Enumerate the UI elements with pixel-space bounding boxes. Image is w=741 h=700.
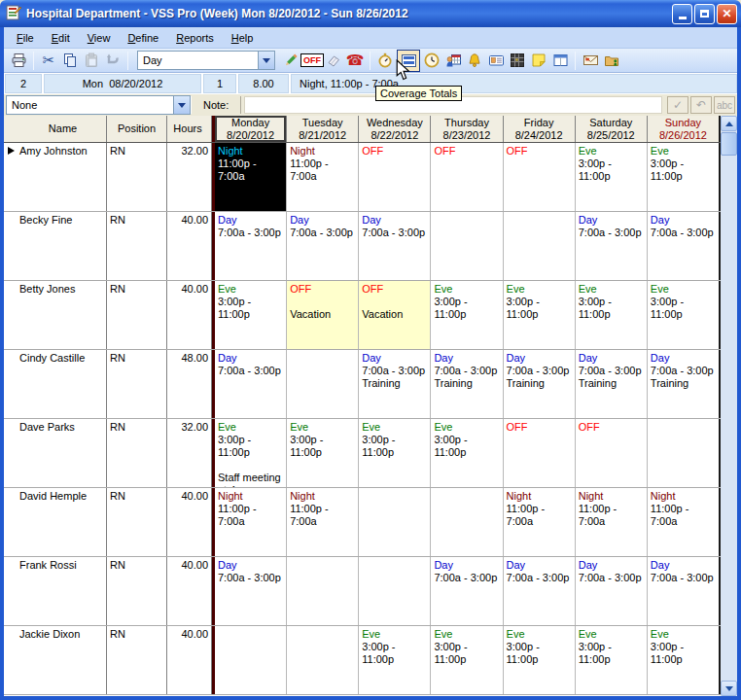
schedule-cell[interactable]: Day7:00a - 3:00pTraining [431, 350, 503, 418]
staffing-button[interactable] [442, 51, 464, 71]
minimize-button[interactable] [672, 4, 692, 24]
schedule-cell[interactable]: Eve3:00p - 11:00p [359, 626, 431, 694]
schedule-cell[interactable]: Eve3:00p - 11:00p [576, 143, 648, 211]
notes-button[interactable] [528, 51, 549, 71]
hours-cell[interactable]: 32.00 [167, 419, 212, 487]
schedule-cell[interactable] [359, 557, 431, 625]
hours-cell[interactable]: 40.00 [167, 557, 212, 625]
schedule-cell[interactable]: Night11:00p - 7:00a [287, 488, 359, 556]
schedule-cell[interactable]: Day7:00a - 3:00p [212, 557, 287, 625]
schedule-cell[interactable]: Eve3:00p - 11:00p [576, 281, 648, 349]
column-header-thursday[interactable]: Thursday8/23/2012 [431, 116, 503, 142]
schedule-cell[interactable]: Eve3:00p - 11:00p [576, 626, 648, 694]
close-button[interactable]: ✕ [717, 4, 737, 24]
employee-name-cell[interactable]: David Hemple [4, 488, 107, 556]
schedule-cell[interactable]: Day7:00a - 3:00p [359, 212, 431, 280]
employee-name-cell[interactable]: Frank Rossi [4, 557, 107, 625]
column-header-sunday[interactable]: Sunday8/26/2012 [648, 116, 721, 142]
column-header-tuesday[interactable]: Tuesday8/21/2012 [287, 116, 359, 142]
schedule-cell[interactable]: Day7:00a - 3:00p [504, 557, 576, 625]
schedule-cell[interactable]: Day7:00a - 3:00p [212, 350, 287, 418]
scrollbar-thumb[interactable] [721, 132, 737, 156]
schedule-cell[interactable]: Day7:00a - 3:00p [287, 212, 359, 280]
schedule-cell[interactable]: Eve3:00p - 11:00p [212, 281, 287, 349]
schedule-cell[interactable]: Eve3:00p - 11:00p [431, 626, 503, 694]
schedule-cell[interactable]: OFFVacation [359, 281, 431, 349]
schedule-cell[interactable]: Day7:00a - 3:00p [212, 212, 287, 280]
position-cell[interactable]: RN [107, 557, 167, 625]
schedule-cell[interactable] [287, 350, 359, 418]
category-dropdown-button[interactable] [173, 96, 190, 114]
schedule-cell[interactable]: Eve3:00p - 11:00p [431, 281, 503, 349]
schedule-cell[interactable]: OFF [504, 143, 576, 211]
schedule-cell[interactable]: Day7:00a - 3:00p [431, 557, 503, 625]
schedule-cell[interactable]: OFF [504, 419, 576, 487]
erase-shift-button[interactable] [323, 51, 344, 71]
scroll-down-button[interactable] [721, 681, 737, 696]
position-cell[interactable]: RN [107, 419, 167, 487]
schedule-cell[interactable]: Night11:00p - 7:00a [576, 488, 648, 556]
employee-name-cell[interactable]: Amy Johnston [4, 143, 107, 211]
copy-button[interactable] [59, 51, 81, 71]
schedule-cell[interactable]: Eve3:00p - 11:00p [359, 419, 431, 487]
master-schedule-button[interactable] [507, 51, 528, 71]
schedule-cell[interactable]: OFF [359, 143, 431, 211]
menu-edit[interactable]: Edit [43, 29, 79, 47]
column-header-friday[interactable]: Friday8/24/2012 [504, 116, 576, 142]
column-header-wednesday[interactable]: Wednesday8/22/2012 [359, 116, 431, 142]
schedule-cell[interactable]: Day7:00a - 3:00p [576, 212, 648, 280]
position-cell[interactable]: RN [107, 143, 167, 211]
schedule-cell[interactable] [431, 488, 503, 556]
vertical-scrollbar[interactable] [721, 116, 737, 696]
schedule-cell[interactable]: Night11:00p - 7:00a [287, 143, 359, 211]
menu-help[interactable]: Help [223, 29, 263, 47]
schedule-cell[interactable]: Eve3:00p - 11:00p [504, 281, 576, 349]
cut-button[interactable]: ✂ [38, 51, 59, 71]
schedule-cell[interactable]: Day7:00a - 3:00p [648, 212, 721, 280]
call-in-button[interactable]: ☎ [344, 51, 366, 71]
edit-shift-button[interactable] [280, 51, 301, 71]
position-cell[interactable]: RN [107, 626, 167, 694]
schedule-cell[interactable]: Day7:00a - 3:00pTraining [648, 350, 721, 418]
hours-cell[interactable]: 32.00 [167, 143, 212, 211]
schedule-cell[interactable]: OFF [431, 143, 503, 211]
day-view-button[interactable] [549, 51, 571, 71]
hours-summary-button[interactable] [421, 51, 442, 71]
schedule-cell[interactable] [359, 488, 431, 556]
column-header-monday[interactable]: Monday8/20/2012 [212, 116, 287, 142]
employee-name-cell[interactable]: Dave Parks [4, 419, 107, 487]
menu-view[interactable]: View [79, 29, 120, 47]
shift-selector[interactable]: Day [137, 51, 275, 70]
column-header-hours[interactable]: Hours [167, 116, 212, 142]
employee-info-button[interactable] [485, 51, 507, 71]
print-button[interactable] [8, 51, 29, 71]
hours-cell[interactable]: 40.00 [167, 281, 212, 349]
menu-define[interactable]: Define [119, 29, 167, 47]
schedule-cell[interactable]: Eve3:00p - 11:00p [287, 419, 359, 487]
employee-name-cell[interactable]: Cindy Castille [4, 350, 107, 418]
schedule-cell[interactable]: Eve3:00p - 11:00p [504, 626, 576, 694]
schedule-cell[interactable]: Night11:00p - 7:00a [504, 488, 576, 556]
schedule-cell[interactable]: Day7:00a - 3:00p [576, 557, 648, 625]
category-selector[interactable]: None [6, 95, 191, 115]
time-clock-button[interactable] [374, 51, 396, 71]
schedule-cell[interactable] [504, 212, 576, 280]
shift-selector-dropdown-button[interactable] [258, 52, 274, 69]
employee-name-cell[interactable]: Jackie Dixon [4, 626, 107, 694]
position-cell[interactable]: RN [107, 212, 167, 280]
schedule-cell[interactable]: Eve3:00p - 11:00p [648, 281, 721, 349]
schedule-cell[interactable]: Night11:00p - 7:00a [212, 143, 287, 211]
schedule-cell[interactable]: Eve3:00p - 11:00p [648, 626, 721, 694]
hours-cell[interactable]: 40.00 [167, 626, 212, 694]
schedule-cell[interactable] [287, 557, 359, 625]
position-cell[interactable]: RN [107, 350, 167, 418]
off-shift-button[interactable]: OFF [301, 51, 323, 71]
schedule-cell[interactable]: Eve3:00p - 11:00pStaff meeting at 4p [212, 419, 287, 487]
position-cell[interactable]: RN [107, 488, 167, 556]
position-cell[interactable]: RN [107, 281, 167, 349]
schedule-cell[interactable] [648, 419, 721, 487]
schedule-cell[interactable]: OFF [576, 419, 648, 487]
export-button[interactable] [601, 51, 622, 71]
schedule-cell[interactable]: Day7:00a - 3:00pTraining [359, 350, 431, 418]
menu-reports[interactable]: Reports [167, 29, 223, 47]
